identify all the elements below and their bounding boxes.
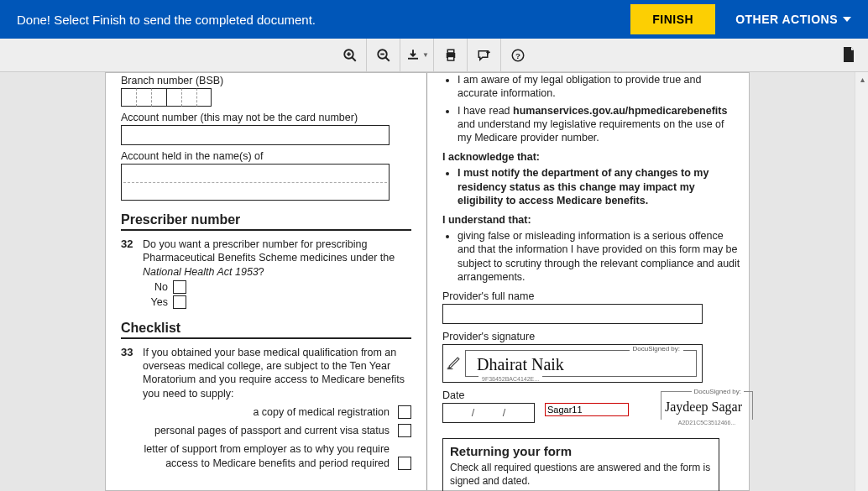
svg-line-1 [352,57,356,61]
right-column: I am aware of my legal obligation to pro… [427,73,749,490]
understand-bullet: giving false or misleading information i… [458,229,740,284]
top-bar: Done! Select Finish to send the complete… [0,0,868,39]
completion-message: Done! Select Finish to send the complete… [17,13,316,27]
svg-rect-9 [447,56,454,60]
documents-panel-button[interactable] [841,45,856,67]
question-33-number: 33 [121,346,136,400]
prescriber-section-title: Prescriber number [121,212,411,231]
date-field[interactable]: / / [442,403,535,423]
returning-form-box: Returning your form Check all required q… [442,438,719,491]
svg-text:?: ? [515,50,520,60]
checklist-item-c: letter of support from employer as to wh… [121,442,390,470]
checklist-c-checkbox[interactable] [398,457,411,470]
annotate-button[interactable] [468,39,501,72]
caret-down-icon [843,17,851,22]
reviewer-tag[interactable]: Sagar11 [545,403,629,416]
download-button[interactable]: ▼ [400,39,434,72]
approver-signature-hash: A2D21C5C3512466... [661,420,753,426]
left-column: Branch number (BSB) Account number (this… [106,73,427,490]
approver-signature-value: Jaydeep Sagar [665,400,742,415]
acknowledge-heading: I acknowledge that: [442,151,740,163]
question-33-text: If you obtained your base medical qualif… [143,346,411,400]
declaration-bullet-2: I have read humanservices.gov.au/hpmedic… [458,104,740,145]
print-button[interactable] [434,39,468,72]
approver-signature: DocuSigned by: Jaydeep Sagar A2D21C5C351… [661,391,753,426]
checklist-b-checkbox[interactable] [398,424,411,437]
returning-form-text: Check all required questions are answere… [450,462,712,488]
provider-name-field[interactable] [442,304,703,324]
checklist-a-checkbox[interactable] [398,405,411,419]
question-32-number: 32 [121,238,136,279]
top-bar-actions: FINISH OTHER ACTIONS [630,4,851,34]
declaration-bullet-1: I am aware of my legal obligation to pro… [458,73,740,101]
provider-name-label: Provider's full name [442,290,740,302]
svg-rect-8 [447,50,454,53]
finish-button[interactable]: FINISH [630,4,715,34]
approver-docusigned-label: DocuSigned by: [692,388,744,395]
scroll-up-button[interactable]: ▴ [855,72,868,86]
q32-no-label: No [143,281,168,293]
returning-form-title: Returning your form [450,444,712,458]
q32-no-checkbox[interactable] [173,280,186,294]
understand-heading: I understand that: [442,214,740,226]
checklist-item-b: personal pages of passport and current v… [121,424,390,437]
acknowledge-bullet: I must notify the department of any chan… [458,166,740,207]
account-held-label: Account held in the name(s) of [121,150,411,162]
provider-signature-label: Provider's signature [442,331,740,342]
scrollbar[interactable]: ▴ [855,72,868,491]
provider-signature-field[interactable]: DocuSigned by: Dhairat Naik 9F38452BAC41… [442,344,703,383]
docusigned-label: DocuSigned by: [630,345,683,353]
other-actions-menu[interactable]: OTHER ACTIONS [735,13,851,26]
document-page: Branch number (BSB) Account number (this… [105,72,750,491]
svg-line-5 [385,57,390,61]
help-button[interactable]: ? [501,39,535,72]
zoom-in-button[interactable] [333,39,367,72]
checklist-section-title: Checklist [121,321,411,339]
document-viewport: Branch number (BSB) Account number (this… [0,72,855,491]
checklist-item-a: a copy of medical registration [121,405,390,419]
toolbar: ▼ ? [0,39,868,72]
signature-hash: 9F38452BAC4142E... [478,376,542,382]
pen-icon [443,354,465,373]
branch-number-label: Branch number (BSB) [121,75,411,86]
question-32-text: Do you want a prescriber number for pres… [143,238,411,279]
account-number-label: Account number (this may not be the card… [121,112,411,123]
zoom-out-button[interactable] [367,39,400,72]
other-actions-label: OTHER ACTIONS [735,13,838,26]
signature-value: Dhairat Naik [477,355,564,374]
branch-number-field[interactable] [121,88,411,107]
q32-yes-checkbox[interactable] [173,295,186,309]
account-number-field[interactable] [121,125,390,145]
q32-yes-label: Yes [143,296,168,308]
account-held-field[interactable] [121,164,390,201]
